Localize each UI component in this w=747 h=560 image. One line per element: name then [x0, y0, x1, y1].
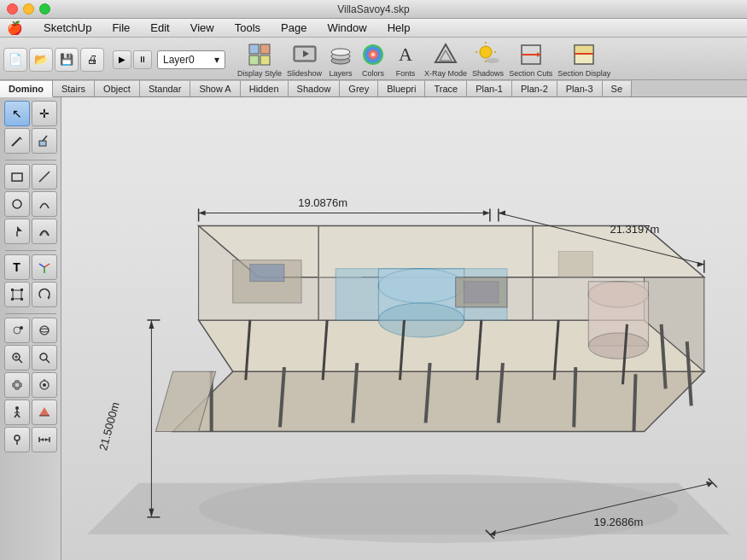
display-style-label: Display Style [237, 69, 282, 78]
toolbar-slideshow[interactable]: Slideshow [287, 41, 322, 78]
svg-point-45 [40, 326, 49, 335]
tool-walk[interactable] [4, 400, 30, 425]
tool-scale[interactable] [4, 282, 30, 307]
toolbar-xray[interactable]: X-Ray Mode [424, 41, 467, 78]
svg-rect-53 [15, 382, 20, 388]
toolbar-layers[interactable]: Layers [327, 41, 354, 78]
xray-icon [432, 41, 459, 68]
tool-text[interactable]: T [4, 254, 30, 280]
svg-marker-70 [41, 438, 44, 441]
menu-view[interactable]: View [187, 20, 218, 36]
tool-arc[interactable] [32, 191, 57, 217]
tool-line[interactable] [32, 164, 57, 190]
tool-rotate[interactable] [32, 282, 57, 307]
toolbar-display-style[interactable]: Display Style [237, 41, 282, 78]
tool-pan[interactable] [4, 372, 30, 398]
toolbar-colors[interactable]: Colors [359, 41, 387, 78]
menu-help[interactable]: Help [384, 20, 414, 36]
tab-object[interactable]: Object [95, 80, 140, 96]
canvas-area[interactable]: 19.0876m 21.3197m 21.5000m 19.2686m [61, 97, 747, 560]
svg-point-55 [43, 383, 46, 387]
sidebar-divider-1 [5, 160, 56, 160]
tool-orbit[interactable] [32, 318, 57, 343]
main-toolbar-icons: Display Style Slideshow [237, 41, 610, 78]
tool-section[interactable] [32, 400, 57, 425]
toolbar-section-display[interactable]: Section Display [557, 41, 610, 78]
tool-position-camera[interactable] [4, 427, 30, 452]
menu-page[interactable]: Page [277, 20, 310, 36]
tab-stairs[interactable]: Stairs [53, 80, 95, 96]
apple-logo: 🍎 [7, 20, 23, 36]
tool-push-pull[interactable] [4, 219, 30, 244]
tab-plan2[interactable]: Plan-2 [512, 80, 557, 96]
svg-rect-94 [558, 252, 592, 277]
tool-zoom-window[interactable] [32, 345, 57, 370]
play-button[interactable]: ▶ [113, 50, 131, 69]
menu-tools[interactable]: Tools [231, 20, 264, 36]
tool-look-around[interactable] [32, 372, 57, 398]
svg-point-51 [40, 353, 47, 360]
tool-offset[interactable] [32, 219, 57, 244]
toolbar-shadows[interactable]: Shadows [472, 41, 504, 78]
titlebar: VillaSavoy4.skp [0, 0, 747, 19]
close-button[interactable] [7, 3, 18, 15]
svg-point-86 [378, 303, 464, 337]
new-file-icon[interactable]: 📄 [3, 48, 27, 72]
tab-bluepri[interactable]: Bluepri [378, 80, 425, 96]
svg-rect-91 [250, 265, 284, 282]
svg-point-46 [40, 329, 49, 332]
svg-line-25 [12, 137, 20, 146]
tool-follow-me[interactable] [4, 318, 30, 343]
pause-button[interactable]: ⏸ [133, 50, 152, 69]
tab-standar[interactable]: Standar [140, 80, 191, 96]
svg-point-57 [15, 406, 19, 410]
tab-domino[interactable]: Domino [0, 80, 53, 97]
tab-grey[interactable]: Grey [340, 80, 378, 96]
toolbar-area: 📄 📂 💾 🖨 ▶ ⏸ Layer0 ▾ [0, 38, 747, 80]
svg-line-28 [43, 136, 47, 141]
shadows-label: Shadows [472, 69, 504, 78]
svg-rect-39 [20, 289, 23, 291]
sidebar-row-11 [4, 400, 57, 425]
toolbar-section-cuts[interactable]: Section Cuts [509, 41, 552, 78]
sidebar-row-7 [4, 282, 57, 307]
tool-dimension[interactable] [32, 427, 57, 452]
menu-sketchup[interactable]: SketchUp [40, 20, 95, 36]
svg-point-9 [331, 49, 350, 55]
tool-rect[interactable] [4, 164, 30, 190]
xray-label: X-Ray Mode [424, 69, 467, 78]
tab-trace[interactable]: Trace [425, 80, 467, 96]
tab-hidden[interactable]: Hidden [241, 80, 289, 96]
tool-zoom[interactable] [4, 345, 30, 370]
svg-marker-32 [17, 226, 22, 231]
svg-rect-0 [249, 44, 259, 54]
tab-show-a[interactable]: Show A [190, 80, 240, 96]
svg-marker-11 [435, 44, 456, 62]
tool-move[interactable]: ✛ [32, 101, 57, 126]
svg-marker-63 [39, 407, 50, 416]
tab-plan1[interactable]: Plan-1 [467, 80, 512, 96]
menu-file[interactable]: File [108, 20, 133, 36]
tab-se[interactable]: Se [603, 80, 632, 96]
tab-shadow[interactable]: Shadow [289, 80, 341, 96]
open-file-icon[interactable]: 📂 [29, 48, 53, 72]
maximize-button[interactable] [39, 3, 50, 15]
menu-edit[interactable]: Edit [147, 20, 172, 36]
minimize-button[interactable] [23, 3, 34, 15]
tool-paint[interactable] [32, 128, 57, 154]
tool-axes[interactable] [32, 254, 57, 280]
sidebar-row-1: ↖ ✛ [4, 101, 57, 126]
print-icon[interactable]: 🖨 [80, 48, 104, 72]
menu-window[interactable]: Window [324, 20, 370, 36]
toolbar-fonts[interactable]: A Fonts [392, 41, 419, 78]
tab-plan3[interactable]: Plan-3 [557, 80, 603, 96]
save-icon[interactable]: 💾 [55, 48, 79, 72]
svg-point-65 [15, 435, 20, 440]
tool-pencil[interactable] [4, 128, 30, 154]
slideshow-label: Slideshow [287, 69, 322, 78]
tool-select[interactable]: ↖ [4, 101, 30, 126]
play-controls: ▶ ⏸ [113, 50, 152, 69]
svg-text:21.3197m: 21.3197m [610, 223, 659, 236]
layer-dropdown[interactable]: Layer0 ▾ [157, 50, 225, 69]
tool-circle[interactable] [4, 191, 30, 217]
